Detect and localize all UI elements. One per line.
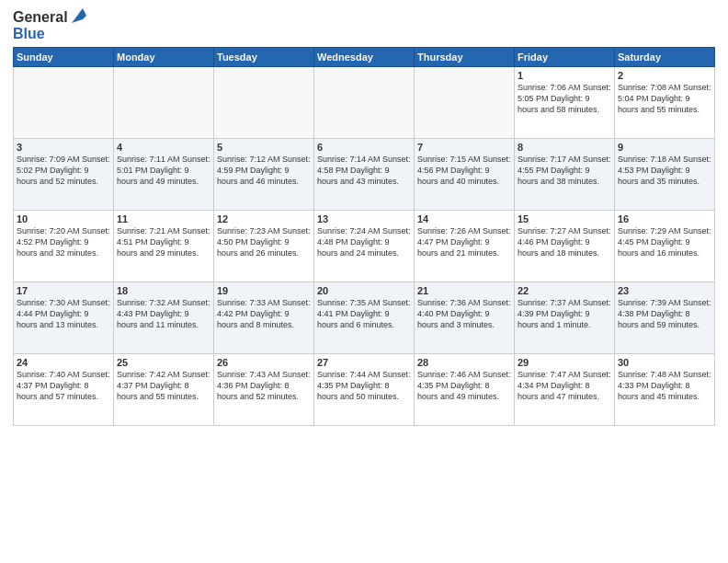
calendar-cell: [14, 67, 114, 139]
logo: General Blue: [13, 9, 88, 41]
day-info: Sunrise: 7:14 AM Sunset: 4:58 PM Dayligh…: [317, 154, 411, 187]
day-info: Sunrise: 7:27 AM Sunset: 4:46 PM Dayligh…: [518, 225, 611, 259]
day-number: 7: [417, 142, 511, 153]
day-info: Sunrise: 7:24 AM Sunset: 4:48 PM Dayligh…: [317, 225, 411, 259]
day-number: 26: [217, 357, 311, 368]
calendar-cell: 11Sunrise: 7:21 AM Sunset: 4:51 PM Dayli…: [114, 211, 214, 282]
day-info: Sunrise: 7:06 AM Sunset: 5:05 PM Dayligh…: [518, 82, 611, 115]
calendar-cell: 6Sunrise: 7:14 AM Sunset: 4:58 PM Daylig…: [314, 139, 415, 211]
calendar-cell: [114, 67, 214, 139]
day-info: Sunrise: 7:29 AM Sunset: 4:45 PM Dayligh…: [618, 225, 711, 259]
day-number: 2: [618, 70, 711, 81]
day-info: Sunrise: 7:12 AM Sunset: 4:59 PM Dayligh…: [217, 154, 311, 187]
calendar-cell: 16Sunrise: 7:29 AM Sunset: 4:45 PM Dayli…: [615, 211, 715, 282]
day-number: 6: [317, 142, 411, 153]
day-number: 27: [317, 357, 411, 368]
day-info: Sunrise: 7:44 AM Sunset: 4:35 PM Dayligh…: [317, 369, 411, 402]
weekday-header: Wednesday: [314, 48, 415, 67]
day-info: Sunrise: 7:17 AM Sunset: 4:55 PM Dayligh…: [518, 154, 611, 187]
day-number: 20: [317, 285, 411, 296]
calendar-cell: 24Sunrise: 7:40 AM Sunset: 4:37 PM Dayli…: [14, 354, 114, 426]
calendar-cell: 14Sunrise: 7:26 AM Sunset: 4:47 PM Dayli…: [415, 211, 515, 282]
day-info: Sunrise: 7:15 AM Sunset: 4:56 PM Dayligh…: [417, 154, 511, 187]
calendar-cell: 15Sunrise: 7:27 AM Sunset: 4:46 PM Dayli…: [515, 211, 615, 282]
day-number: 1: [518, 70, 611, 81]
day-info: Sunrise: 7:20 AM Sunset: 4:52 PM Dayligh…: [17, 225, 110, 259]
day-number: 21: [417, 285, 511, 296]
day-number: 28: [417, 357, 511, 368]
day-info: Sunrise: 7:33 AM Sunset: 4:42 PM Dayligh…: [217, 297, 311, 330]
calendar-cell: 22Sunrise: 7:37 AM Sunset: 4:39 PM Dayli…: [515, 282, 615, 354]
weekday-header: Monday: [114, 48, 214, 67]
calendar-cell: 21Sunrise: 7:36 AM Sunset: 4:40 PM Dayli…: [415, 282, 515, 354]
day-number: 11: [117, 213, 210, 224]
calendar-week-row: 10Sunrise: 7:20 AM Sunset: 4:52 PM Dayli…: [14, 211, 715, 282]
calendar-cell: 12Sunrise: 7:23 AM Sunset: 4:50 PM Dayli…: [214, 211, 314, 282]
calendar-cell: 23Sunrise: 7:39 AM Sunset: 4:38 PM Dayli…: [615, 282, 715, 354]
calendar-cell: 3Sunrise: 7:09 AM Sunset: 5:02 PM Daylig…: [14, 139, 114, 211]
calendar-week-row: 3Sunrise: 7:09 AM Sunset: 5:02 PM Daylig…: [14, 139, 715, 211]
logo-blue: Blue: [13, 26, 45, 42]
calendar-cell: 25Sunrise: 7:42 AM Sunset: 4:37 PM Dayli…: [114, 354, 214, 426]
calendar-cell: 20Sunrise: 7:35 AM Sunset: 4:41 PM Dayli…: [314, 282, 415, 354]
day-number: 3: [17, 142, 110, 153]
logo-general: General: [13, 9, 68, 26]
logo-arrow-icon: [70, 6, 88, 25]
day-info: Sunrise: 7:23 AM Sunset: 4:50 PM Dayligh…: [217, 225, 311, 259]
day-info: Sunrise: 7:11 AM Sunset: 5:01 PM Dayligh…: [117, 154, 210, 187]
day-info: Sunrise: 7:48 AM Sunset: 4:33 PM Dayligh…: [618, 369, 711, 402]
day-info: Sunrise: 7:47 AM Sunset: 4:34 PM Dayligh…: [518, 369, 611, 402]
day-number: 13: [317, 213, 411, 224]
day-info: Sunrise: 7:43 AM Sunset: 4:36 PM Dayligh…: [217, 369, 311, 402]
day-number: 18: [117, 285, 210, 296]
calendar-cell: 19Sunrise: 7:33 AM Sunset: 4:42 PM Dayli…: [214, 282, 314, 354]
day-info: Sunrise: 7:26 AM Sunset: 4:47 PM Dayligh…: [417, 225, 511, 259]
calendar-week-row: 17Sunrise: 7:30 AM Sunset: 4:44 PM Dayli…: [14, 282, 715, 354]
calendar-cell: 30Sunrise: 7:48 AM Sunset: 4:33 PM Dayli…: [615, 354, 715, 426]
day-info: Sunrise: 7:46 AM Sunset: 4:35 PM Dayligh…: [417, 369, 511, 402]
calendar-cell: 27Sunrise: 7:44 AM Sunset: 4:35 PM Dayli…: [314, 354, 415, 426]
calendar-cell: 1Sunrise: 7:06 AM Sunset: 5:05 PM Daylig…: [515, 67, 615, 139]
day-info: Sunrise: 7:42 AM Sunset: 4:37 PM Dayligh…: [117, 369, 210, 402]
weekday-header: Friday: [515, 48, 615, 67]
day-number: 15: [518, 213, 611, 224]
day-number: 24: [17, 357, 110, 368]
calendar-cell: 29Sunrise: 7:47 AM Sunset: 4:34 PM Dayli…: [515, 354, 615, 426]
calendar-cell: 7Sunrise: 7:15 AM Sunset: 4:56 PM Daylig…: [415, 139, 515, 211]
header-row: SundayMondayTuesdayWednesdayThursdayFrid…: [14, 48, 715, 67]
calendar-week-row: 24Sunrise: 7:40 AM Sunset: 4:37 PM Dayli…: [14, 354, 715, 426]
day-number: 25: [117, 357, 210, 368]
calendar-cell: 17Sunrise: 7:30 AM Sunset: 4:44 PM Dayli…: [14, 282, 114, 354]
day-number: 19: [217, 285, 311, 296]
calendar-cell: 9Sunrise: 7:18 AM Sunset: 4:53 PM Daylig…: [615, 139, 715, 211]
day-info: Sunrise: 7:30 AM Sunset: 4:44 PM Dayligh…: [17, 297, 110, 330]
day-number: 8: [518, 142, 611, 153]
day-info: Sunrise: 7:09 AM Sunset: 5:02 PM Dayligh…: [17, 154, 110, 187]
weekday-header: Saturday: [615, 48, 715, 67]
calendar-cell: 13Sunrise: 7:24 AM Sunset: 4:48 PM Dayli…: [314, 211, 415, 282]
day-number: 10: [17, 213, 110, 224]
calendar-cell: 26Sunrise: 7:43 AM Sunset: 4:36 PM Dayli…: [214, 354, 314, 426]
calendar-cell: 18Sunrise: 7:32 AM Sunset: 4:43 PM Dayli…: [114, 282, 214, 354]
day-info: Sunrise: 7:36 AM Sunset: 4:40 PM Dayligh…: [417, 297, 511, 330]
day-number: 9: [618, 142, 711, 153]
day-number: 29: [518, 357, 611, 368]
day-number: 5: [217, 142, 311, 153]
day-number: 23: [618, 285, 711, 296]
svg-marker-0: [72, 8, 86, 23]
day-number: 22: [518, 285, 611, 296]
day-number: 4: [117, 142, 210, 153]
header: General Blue: [13, 9, 715, 41]
day-number: 14: [417, 213, 511, 224]
calendar-cell: 8Sunrise: 7:17 AM Sunset: 4:55 PM Daylig…: [515, 139, 615, 211]
day-info: Sunrise: 7:32 AM Sunset: 4:43 PM Dayligh…: [117, 297, 210, 330]
page-container: General Blue SundayMondayTuesdayWednesda…: [0, 0, 728, 563]
calendar-week-row: 1Sunrise: 7:06 AM Sunset: 5:05 PM Daylig…: [14, 67, 715, 139]
weekday-header: Thursday: [415, 48, 515, 67]
calendar-cell: 5Sunrise: 7:12 AM Sunset: 4:59 PM Daylig…: [214, 139, 314, 211]
calendar-cell: [214, 67, 314, 139]
calendar-cell: 4Sunrise: 7:11 AM Sunset: 5:01 PM Daylig…: [114, 139, 214, 211]
day-info: Sunrise: 7:39 AM Sunset: 4:38 PM Dayligh…: [618, 297, 711, 330]
day-info: Sunrise: 7:35 AM Sunset: 4:41 PM Dayligh…: [317, 297, 411, 330]
day-info: Sunrise: 7:40 AM Sunset: 4:37 PM Dayligh…: [17, 369, 110, 402]
